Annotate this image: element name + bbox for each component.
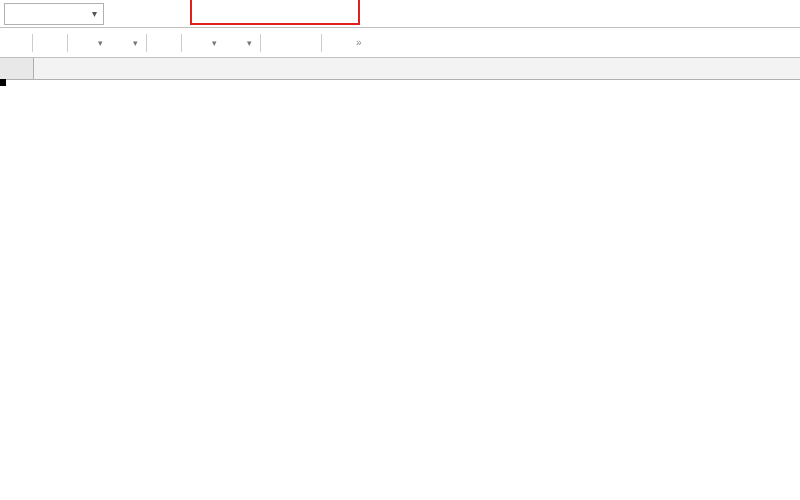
active-cell-indicator (0, 80, 4, 84)
select-all-corner[interactable] (0, 58, 34, 79)
chevron-down-icon[interactable]: ▾ (98, 38, 103, 48)
chevron-down-icon[interactable]: ▾ (212, 38, 217, 48)
separator (146, 34, 147, 52)
chevron-down-icon[interactable]: ▾ (133, 38, 138, 48)
formula-input[interactable] (144, 3, 796, 25)
spreadsheet-grid (0, 58, 800, 80)
separator (321, 34, 322, 52)
name-box[interactable]: ▾ (4, 3, 104, 25)
column-headers (0, 58, 800, 80)
separator (260, 34, 261, 52)
cursor-sub-icon: » (356, 37, 362, 48)
separator (181, 34, 182, 52)
toolbar: ▾ ▾ ▾ ▾ » (0, 28, 800, 58)
formula-bar: ▾ (0, 0, 800, 28)
chevron-down-icon[interactable]: ▾ (92, 8, 97, 19)
separator (67, 34, 68, 52)
chevron-down-icon[interactable]: ▾ (247, 38, 252, 48)
separator (32, 34, 33, 52)
fill-handle[interactable] (0, 79, 6, 86)
